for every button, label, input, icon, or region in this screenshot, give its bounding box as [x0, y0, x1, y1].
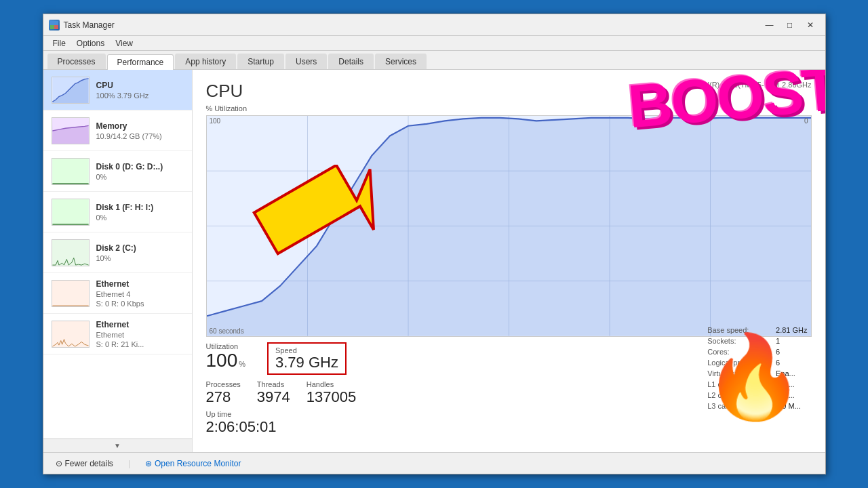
virt-value: Ena...	[776, 368, 811, 379]
tab-apphistory[interactable]: App history	[175, 54, 236, 69]
l1-label: L1 cache:	[707, 379, 776, 390]
tab-processes[interactable]: Processes	[47, 54, 106, 69]
sidebar-item-eth4[interactable]: Ethernet Ethernet 4 S: 0 R: 0 Kbps	[43, 273, 192, 314]
bottom-divider: |	[128, 459, 130, 468]
handles-stat: Handles 137005	[307, 380, 356, 406]
sidebar: CPU 100% 3.79 GHz Memory	[43, 70, 193, 452]
sidebar-item-disk1[interactable]: Disk 1 (F: H: I:) 0%	[43, 192, 192, 232]
speed-stat-label: Speed	[275, 346, 338, 354]
uptime-row: Up time 2:06:05:01	[206, 410, 812, 436]
uptime-value: 2:06:05:01	[206, 418, 812, 436]
menu-options[interactable]: Options	[71, 37, 110, 49]
eth4-sub1: Ethernet 4	[96, 290, 184, 298]
tab-services[interactable]: Services	[375, 54, 427, 69]
sidebar-item-disk0[interactable]: Disk 0 (D: G: D:..) 0%	[43, 151, 192, 192]
spec-l1: L1 cache: 384...	[707, 379, 811, 390]
spec-cores: Cores: 6	[707, 346, 811, 357]
memory-name: Memory	[96, 121, 184, 131]
cores-label: Cores:	[707, 346, 776, 357]
window-title: Task Manager	[64, 20, 760, 30]
speed-stat-value: 3.79 GHz	[275, 354, 338, 371]
util-stat-value: 100	[206, 350, 238, 371]
sidebar-item-cpu[interactable]: CPU 100% 3.79 GHz	[43, 70, 192, 110]
sidebar-item-memory[interactable]: Memory 10.9/14.2 GB (77%)	[43, 110, 192, 151]
eth4-info: Ethernet Ethernet 4 S: 0 R: 0 Kbps	[96, 279, 184, 308]
tab-startup[interactable]: Startup	[237, 54, 284, 69]
cpu-title: CPU	[206, 81, 243, 102]
eth-thumbnail	[52, 321, 90, 348]
logical-value: 6	[776, 357, 811, 368]
sidebar-scroll[interactable]: CPU 100% 3.79 GHz Memory	[43, 70, 192, 439]
svg-rect-10	[52, 281, 88, 306]
l1-value: 384...	[776, 379, 811, 390]
svg-marker-20	[207, 118, 811, 336]
window-controls: — □ ✕	[760, 18, 820, 33]
virt-label: Virtualization:	[707, 368, 776, 379]
disk2-util: 10%	[96, 254, 184, 262]
disk2-thumbnail	[52, 239, 90, 266]
task-manager-window: Task Manager — □ ✕ File Options View Pro…	[43, 14, 826, 474]
threads-label: Threads	[257, 380, 290, 388]
monitor-icon: ⊛	[145, 459, 152, 468]
chart-right-label: 0	[804, 117, 808, 125]
disk1-name: Disk 1 (F: H: I:)	[96, 203, 184, 212]
tab-users[interactable]: Users	[285, 54, 327, 69]
content-area: CPU 100% 3.79 GHz Memory	[43, 70, 825, 452]
eth4-sub2: S: 0 R: 0 Kbps	[96, 300, 184, 308]
memory-info: Memory 10.9/14.2 GB (77%)	[96, 121, 184, 140]
util-stat-label: Utilization	[206, 342, 246, 350]
disk0-util: 0%	[96, 173, 184, 181]
fewer-details-button[interactable]: ⊙ Fewer details	[52, 458, 117, 470]
tab-bar: Processes Performance App history Startu…	[43, 51, 825, 70]
open-monitor-button[interactable]: ⊛ Open Resource Monitor	[141, 458, 245, 470]
menu-file[interactable]: File	[47, 37, 71, 49]
eth4-name: Ethernet	[96, 279, 184, 289]
handles-value: 137005	[307, 388, 356, 406]
util-stat-unit: %	[239, 360, 245, 368]
sidebar-item-eth[interactable]: Ethernet Ethernet S: 0 R: 21 Ki...	[43, 314, 192, 354]
svg-rect-1	[50, 25, 54, 29]
threads-stat: Threads 3974	[257, 380, 290, 406]
chart-time-label: 60 seconds	[210, 327, 244, 335]
sockets-label: Sockets:	[707, 336, 776, 346]
cpu-chart: 60 seconds 0 100	[206, 115, 812, 337]
disk2-name: Disk 2 (C:)	[96, 243, 184, 253]
disk0-name: Disk 0 (D: G: D:..)	[96, 162, 184, 171]
cpu-title-group: CPU	[206, 81, 243, 102]
main-panel: CPU Intel(R) Core(TM) i5-... @ 2.80GHz %…	[193, 70, 825, 452]
tab-performance[interactable]: Performance	[107, 54, 174, 70]
maximize-button[interactable]: □	[781, 18, 800, 33]
eth-info: Ethernet Ethernet S: 0 R: 21 Ki...	[96, 320, 184, 348]
title-bar: Task Manager — □ ✕	[43, 14, 825, 36]
svg-rect-7	[52, 159, 88, 184]
menu-view[interactable]: View	[110, 37, 138, 49]
right-stats: Base speed: 2.81 GHz Sockets: 1 Cores: 6…	[707, 325, 811, 411]
sidebar-scroll-down[interactable]: ▼	[43, 439, 192, 452]
specs-table: Base speed: 2.81 GHz Sockets: 1 Cores: 6…	[707, 325, 811, 411]
spec-l2: L2 cache: 1.5 ...	[707, 390, 811, 401]
cpu-model: Intel(R) Core(TM) i5-... @ 2.80GHz	[695, 81, 811, 89]
sidebar-item-disk2[interactable]: Disk 2 (C:) 10%	[43, 232, 192, 273]
disk1-info: Disk 1 (F: H: I:) 0%	[96, 203, 184, 222]
cpu-header: CPU Intel(R) Core(TM) i5-... @ 2.80GHz	[206, 81, 812, 102]
eth-sub2: S: 0 R: 21 Ki...	[96, 340, 184, 348]
l3-label: L3 cache:	[707, 401, 776, 411]
close-button[interactable]: ✕	[801, 18, 820, 33]
l3-value: 9.0 M...	[776, 401, 811, 411]
cpu-name: CPU	[96, 81, 184, 90]
minimize-button[interactable]: —	[760, 18, 779, 33]
spec-base-speed: Base speed: 2.81 GHz	[707, 325, 811, 336]
eth-sub1: Ethernet	[96, 331, 184, 339]
logical-label: Logical processors:	[707, 357, 776, 368]
cpu-thumbnail	[52, 77, 90, 104]
cpu-util: 100% 3.79 GHz	[96, 92, 184, 100]
bottom-bar: ⊙ Fewer details | ⊛ Open Resource Monito…	[43, 452, 825, 474]
base-speed-label: Base speed:	[707, 325, 776, 336]
tab-details[interactable]: Details	[328, 54, 374, 69]
disk1-thumbnail	[52, 199, 90, 226]
svg-rect-8	[52, 199, 88, 225]
threads-value: 3974	[257, 388, 290, 406]
app-icon	[49, 20, 60, 30]
sockets-value: 1	[776, 336, 811, 346]
speed-stat: Speed 3.79 GHz	[267, 342, 347, 375]
